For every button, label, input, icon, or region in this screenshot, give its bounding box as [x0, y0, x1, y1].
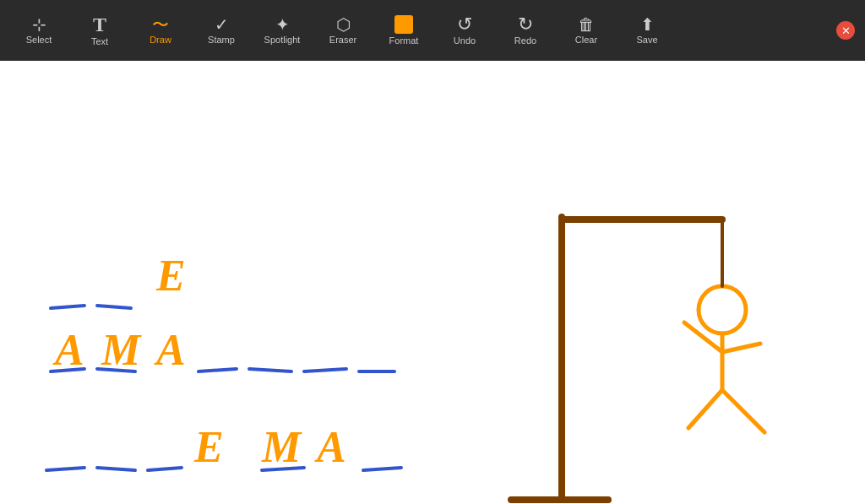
text-icon: T — [93, 14, 106, 35]
close-button[interactable]: ✕ — [836, 21, 855, 40]
tool-text[interactable]: T Text — [71, 3, 128, 57]
tool-save[interactable]: ⬆ Save — [618, 3, 676, 57]
tool-format[interactable]: Format — [375, 3, 432, 57]
undo-icon: ↺ — [457, 15, 472, 34]
draw-icon: 〜 — [152, 16, 169, 33]
save-icon: ⬆ — [640, 16, 655, 33]
svg-text:A: A — [52, 326, 84, 374]
svg-line-4 — [199, 369, 237, 371]
redo-icon: ↻ — [518, 15, 533, 34]
svg-line-9 — [97, 468, 135, 470]
tool-clear[interactable]: 🗑 Clear — [558, 3, 615, 57]
svg-line-27 — [688, 390, 722, 428]
svg-line-26 — [722, 344, 760, 352]
svg-text:M: M — [261, 423, 302, 471]
svg-text:M: M — [101, 326, 142, 374]
svg-line-6 — [304, 369, 346, 371]
svg-line-0 — [51, 306, 84, 308]
toolbar: ⊹ Select T Text 〜 Draw ✓ Stamp ✦ Spotlig… — [0, 0, 865, 61]
svg-text:E: E — [155, 252, 186, 300]
text-label: Text — [91, 36, 108, 46]
tool-select[interactable]: ⊹ Select — [10, 3, 68, 57]
redo-label: Redo — [514, 35, 536, 46]
tool-eraser[interactable]: ⬡ Eraser — [314, 3, 372, 57]
tool-redo[interactable]: ↻ Redo — [497, 3, 554, 57]
svg-point-23 — [699, 286, 746, 333]
stamp-label: Stamp — [208, 35, 235, 45]
svg-text:A: A — [154, 326, 186, 374]
svg-line-28 — [722, 390, 764, 432]
eraser-label: Eraser — [329, 35, 356, 45]
svg-line-5 — [249, 369, 291, 371]
stamp-icon: ✓ — [215, 16, 229, 33]
svg-line-12 — [363, 468, 401, 470]
spotlight-icon: ✦ — [275, 16, 290, 33]
clear-icon: 🗑 — [578, 16, 595, 33]
clear-label: Clear — [575, 35, 597, 45]
format-label: Format — [389, 35, 419, 46]
tool-undo[interactable]: ↺ Undo — [436, 3, 493, 57]
spotlight-label: Spotlight — [264, 35, 301, 45]
svg-line-8 — [46, 468, 84, 470]
svg-text:A: A — [314, 423, 346, 471]
undo-label: Undo — [454, 35, 476, 46]
svg-text:E: E — [193, 423, 224, 471]
tool-spotlight[interactable]: ✦ Spotlight — [253, 3, 311, 57]
svg-line-10 — [148, 468, 182, 470]
select-icon: ⊹ — [32, 16, 46, 33]
drawing-canvas: E A M A E M A — [0, 61, 865, 504]
draw-label: Draw — [150, 35, 171, 45]
format-icon — [394, 15, 413, 34]
svg-line-1 — [97, 306, 131, 308]
tool-stamp[interactable]: ✓ Stamp — [193, 3, 250, 57]
eraser-icon: ⬡ — [336, 16, 351, 33]
save-label: Save — [636, 35, 657, 45]
select-label: Select — [26, 35, 52, 45]
close-icon: ✕ — [841, 24, 851, 37]
tool-draw[interactable]: 〜 Draw — [132, 3, 189, 57]
canvas-area[interactable]: E A M A E M A — [0, 61, 865, 504]
